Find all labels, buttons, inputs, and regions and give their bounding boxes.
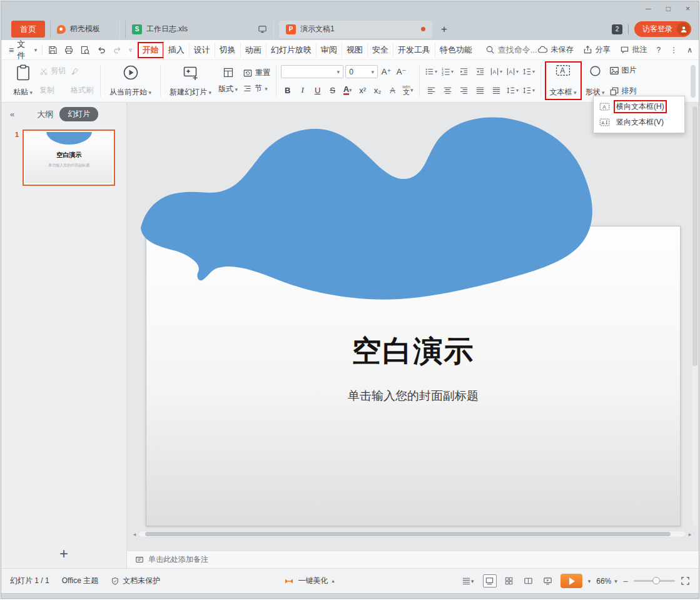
superscript-button[interactable]: x² [356, 84, 369, 96]
new-slide-button[interactable]: 新建幻灯片 [165, 62, 216, 99]
pinyin-guide-button[interactable]: wén文 [401, 84, 414, 96]
theme-name[interactable]: Office 主题 [62, 576, 98, 586]
play-slideshow-button[interactable] [561, 574, 582, 588]
zoom-out-button[interactable]: − [623, 576, 628, 586]
undo-icon[interactable] [96, 45, 106, 55]
vscrollbar-handle[interactable] [692, 106, 697, 366]
layout-button[interactable]: 版式 [217, 64, 239, 97]
view-normal-button[interactable] [483, 574, 497, 587]
decrease-indent-button[interactable] [457, 65, 471, 78]
tab-view[interactable]: 视图 [342, 43, 367, 58]
scroll-right-icon[interactable]: ▸ [686, 531, 694, 537]
maximize-button[interactable]: □ [666, 4, 671, 13]
decrease-font-button[interactable]: A⁻ [395, 66, 408, 78]
view-reading-button[interactable] [522, 574, 535, 587]
outline-tab[interactable]: 大纲 [37, 109, 53, 120]
slide-title[interactable]: 空白演示 [146, 332, 680, 371]
redo-icon[interactable] [113, 45, 123, 55]
slide-thumbnail[interactable]: 空白演示 单击输入您的封面副标题 [23, 130, 115, 186]
picture-button[interactable]: 图片 [609, 65, 637, 76]
font-size-combo[interactable]: 0 ▾ [345, 65, 378, 78]
line-spacing-button[interactable]: ▾ [505, 84, 520, 96]
tab-features[interactable]: 特色功能 [435, 43, 477, 58]
more-menu-button[interactable]: ⋮ [670, 46, 677, 54]
reset-button[interactable]: 重置 [243, 68, 270, 78]
arrange-button[interactable]: 排列 [609, 86, 637, 96]
save-status[interactable]: 未保存 [537, 44, 574, 55]
numbered-list-button[interactable]: ▾ [440, 65, 455, 78]
tab-worklog-xls[interactable]: S 工作日志.xls [125, 21, 274, 38]
new-tab-button[interactable]: + [437, 23, 451, 36]
session-count-badge[interactable]: 2 [612, 24, 622, 34]
font-name-combo[interactable]: ▾ [281, 65, 343, 78]
file-menu-button[interactable]: ≡ 文件 [9, 39, 37, 61]
tab-security[interactable]: 安全 [367, 43, 393, 58]
vertical-scrollbar[interactable] [692, 106, 697, 526]
minimize-button[interactable]: ─ [646, 4, 651, 13]
format-painter-button[interactable]: 格式刷 [71, 85, 93, 96]
menu-item-vertical-textbox[interactable]: 竖向文本框(V) [594, 114, 684, 130]
add-slide-button[interactable]: + [1, 539, 126, 568]
strikethrough-button[interactable]: S [326, 84, 339, 96]
copy-button[interactable]: 复制 [39, 85, 66, 96]
slide-subtitle[interactable]: 单击输入您的封面副标题 [146, 388, 680, 404]
play-options-caret[interactable]: ▾ [588, 578, 591, 584]
tab-docer-templates[interactable]: 稻壳模板 [50, 21, 120, 38]
share-button[interactable]: 分享 [583, 44, 611, 55]
scrollbar-handle[interactable] [145, 532, 671, 536]
slides-tab[interactable]: 幻灯片 [59, 107, 98, 121]
menu-item-horizontal-textbox[interactable]: 横向文本框(H) [594, 99, 684, 114]
justify-button[interactable] [473, 84, 487, 96]
beautify-button[interactable]: 一键美化 [284, 576, 334, 586]
text-direction-button[interactable]: ▾ [505, 65, 520, 78]
tab-presentation1[interactable]: P 演示文稿1 [279, 21, 432, 38]
help-button[interactable]: ? [657, 46, 661, 54]
format-painter-icon-button[interactable] [71, 66, 93, 76]
zoom-level[interactable]: 66%▾ [596, 577, 617, 586]
clear-format-button[interactable]: A [386, 84, 399, 96]
save-icon[interactable] [48, 45, 58, 55]
columns-button[interactable]: ▾ [522, 65, 536, 78]
print-icon[interactable] [64, 45, 74, 55]
collapse-ribbon-button[interactable]: ∧ [687, 46, 692, 54]
ribbon-scrollbar[interactable] [691, 65, 696, 98]
tab-animation[interactable]: 动画 [240, 43, 266, 58]
protection-status[interactable]: 文档未保护 [111, 576, 160, 586]
slide-canvas[interactable]: 空白演示 单击输入您的封面副标题 ◂ ▸ [127, 103, 699, 551]
scroll-left-icon[interactable]: ◂ [131, 531, 138, 537]
zoom-slider[interactable] [634, 580, 675, 582]
subscript-button[interactable]: x₂ [371, 84, 384, 96]
scrollbar-track[interactable] [138, 531, 686, 537]
tab-devtools[interactable]: 开发工具 [393, 43, 435, 58]
fullscreen-icon[interactable] [681, 576, 690, 586]
bold-button[interactable]: B [281, 84, 294, 96]
tab-design[interactable]: 设计 [189, 43, 215, 58]
cut-button[interactable]: 剪切 [39, 66, 66, 76]
underline-button[interactable]: U [311, 84, 324, 96]
tab-start[interactable]: 开始 [138, 43, 163, 58]
textbox-button[interactable]: 文本框 [545, 62, 581, 99]
comment-button[interactable]: 批注 [620, 44, 647, 55]
slide-page[interactable]: 空白演示 单击输入您的封面副标题 [146, 226, 681, 526]
italic-button[interactable]: I [296, 84, 309, 96]
align-right-button[interactable] [457, 84, 471, 96]
paste-button[interactable]: 粘贴 [9, 62, 37, 99]
align-left-button[interactable] [424, 84, 439, 96]
distribute-button[interactable] [489, 84, 504, 96]
customize-toolbar-icon[interactable]: ▿ [129, 47, 132, 53]
zoom-slider-knob[interactable] [652, 577, 660, 584]
close-button[interactable]: × [686, 4, 690, 13]
tab-transition[interactable]: 切换 [215, 43, 240, 58]
tab-insert[interactable]: 插入 [163, 43, 189, 58]
font-color-button[interactable]: A [341, 84, 354, 96]
align-center-button[interactable] [440, 84, 455, 96]
print-preview-icon[interactable] [80, 45, 90, 55]
increase-font-button[interactable]: A⁺ [380, 66, 393, 78]
tab-review[interactable]: 审阅 [316, 43, 342, 58]
notes-panel-toggle[interactable]: ▾ [459, 574, 477, 587]
notes-bar[interactable]: 单击此处添加备注 [127, 551, 699, 568]
horizontal-scrollbar[interactable]: ◂ ▸ [131, 530, 694, 538]
collapse-panel-button[interactable]: « [10, 109, 14, 119]
guest-login-button[interactable]: 访客登录 [634, 21, 691, 37]
view-sorter-button[interactable] [502, 574, 516, 587]
